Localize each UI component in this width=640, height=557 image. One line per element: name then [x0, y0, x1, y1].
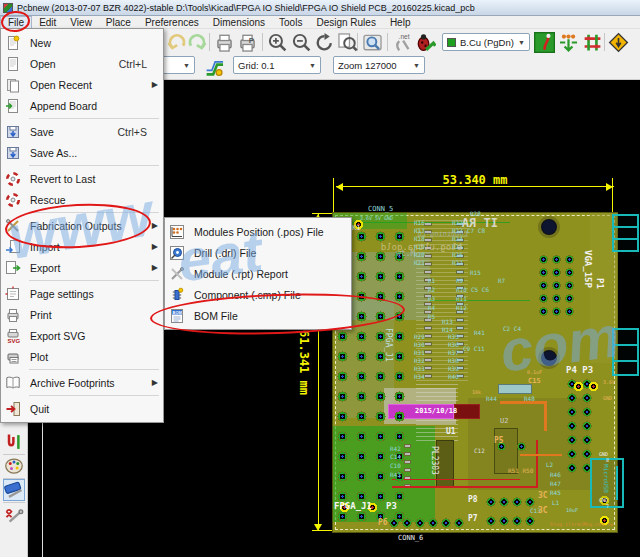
bom-icon: BOM	[169, 308, 185, 324]
menu-item-label: Export SVG	[30, 330, 85, 342]
submenu-item-modules-position-pos-file[interactable]: Modules Position (.pos) File	[165, 221, 351, 242]
menubar-item-place[interactable]: Place	[99, 16, 138, 29]
menu-item-open-recent[interactable]: Open Recent▶	[1, 74, 163, 95]
menu-item-revert-to-last[interactable]: Revert to Last	[1, 168, 163, 189]
layer-selector-value: B.Cu (PgDn)	[460, 37, 514, 48]
toolbar-zoom-in-icon[interactable]	[267, 32, 288, 53]
menu-item-label: Rescue	[30, 194, 66, 206]
toolbar-track-mode-icon[interactable]	[582, 32, 603, 53]
toolbar-design-rules-icon[interactable]	[608, 32, 629, 53]
fabrication-outputs-submenu: Modules Position (.pos) FileDrill (.drl)…	[164, 217, 352, 330]
toolbar-zoom-out-icon[interactable]	[291, 32, 312, 53]
menubar-item-help[interactable]: Help	[383, 16, 418, 29]
menubar-item-file[interactable]: File	[0, 16, 32, 29]
menu-item-label: Revert to Last	[30, 173, 95, 185]
toolbar-separator	[387, 33, 388, 51]
menu-item-label: Append Board	[30, 100, 97, 112]
menu-item-export[interactable]: Export▶	[1, 257, 163, 278]
toolbar-zoom-fit-icon[interactable]	[337, 32, 358, 53]
submenu-arrow-icon: ▶	[152, 80, 158, 89]
layer-selector-dropdown[interactable]: B.Cu (PgDn)▼	[442, 33, 530, 51]
menu-item-rescue[interactable]: Rescue	[1, 189, 163, 210]
title-bar: Pcbnew (2013-07-07 BZR 4022)-stable D:\T…	[0, 0, 640, 16]
menubar-item-dimensions[interactable]: Dimensions	[206, 16, 272, 29]
menubar-item-preferences[interactable]: Preferences	[138, 16, 206, 29]
menu-item-print[interactable]: Print	[1, 304, 163, 325]
rpt-icon	[169, 266, 185, 282]
menu-item-new[interactable]: New	[1, 32, 163, 53]
file-menu-popup: NewOpenCtrl+LOpen Recent▶Append BoardSav…	[0, 28, 164, 423]
export-icon	[5, 260, 21, 276]
cmp-icon	[169, 287, 185, 303]
app-icon	[3, 3, 13, 13]
quit-icon	[5, 401, 21, 417]
toolbar-print-copy-icon[interactable]: P	[237, 32, 258, 53]
submenu-item-label: Modules Position (.pos) File	[194, 226, 324, 238]
save-icon	[5, 145, 21, 161]
toolbar-netlist-icon[interactable]: .net	[392, 32, 413, 53]
fab-icon	[5, 218, 21, 234]
menubar-item-tools[interactable]: Tools	[272, 16, 309, 29]
submenu-item-label: Module (.rpt) Report	[194, 268, 288, 280]
toolbar-separator	[209, 33, 210, 51]
zoom-dropdown[interactable]: Zoom 127000▼	[333, 56, 425, 74]
toolbar-module-mode-icon[interactable]	[558, 32, 579, 53]
menu-item-import[interactable]: Import▶	[1, 236, 163, 257]
menu-item-save-as[interactable]: Save As...	[1, 142, 163, 163]
submenu-item-drill-drl-file[interactable]: Drill (.drl) File	[165, 242, 351, 263]
menu-item-shortcut: Ctrl+L	[119, 58, 147, 70]
menu-item-label: Export	[30, 262, 60, 274]
import-icon	[5, 239, 21, 255]
submenu-item-label: Component (.cmp) File	[194, 289, 301, 301]
left-toolbar-bwrench-icon[interactable]	[4, 480, 24, 500]
toolbar-microvia-icon[interactable]	[534, 32, 555, 53]
toolbar-print-icon[interactable]	[214, 32, 235, 53]
menubar-item-edit[interactable]: Edit	[32, 16, 63, 29]
left-toolbar-rwrench-icon[interactable]	[4, 506, 24, 526]
submenu-item-component-cmp-file[interactable]: Component (.cmp) File	[165, 284, 351, 305]
left-toolbar-separator	[3, 478, 25, 479]
print-icon	[5, 307, 21, 323]
menu-item-save[interactable]: SaveCtrl+S	[1, 121, 163, 142]
menu-item-open[interactable]: OpenCtrl+L	[1, 53, 163, 74]
left-toolbar-palette-icon[interactable]	[4, 456, 24, 476]
menu-item-quit[interactable]: Quit	[1, 398, 163, 419]
menu-item-label: Open Recent	[30, 79, 92, 91]
svg-text:.net: .net	[399, 33, 410, 40]
doc2-icon	[5, 77, 21, 93]
svg-icon: SVG	[5, 328, 21, 344]
menu-item-label: Fabrication Outputs	[30, 220, 122, 232]
menu-item-label: Plot	[30, 351, 48, 363]
menu-item-fabrication-outputs[interactable]: Fabrication Outputs▶	[1, 215, 163, 236]
menubar-item-view[interactable]: View	[63, 16, 99, 29]
submenu-arrow-icon: ▶	[152, 263, 158, 272]
menu-item-append-board[interactable]: Append Board	[1, 95, 163, 116]
menu-item-archive-footprints[interactable]: Archive Footprints▶	[1, 372, 163, 393]
toolbar-redraw-icon[interactable]	[314, 32, 335, 53]
track-autowidth-icon[interactable]	[204, 58, 225, 79]
pcbnew-window: Pcbnew (2013-07-07 BZR 4022)-stable D:\T…	[0, 0, 640, 557]
menu-item-shortcut: Ctrl+S	[118, 126, 147, 138]
plot-icon	[5, 349, 21, 365]
buoy-icon	[5, 171, 21, 187]
toolbar-redo-icon[interactable]	[187, 32, 208, 53]
submenu-item-module-rpt-report[interactable]: Module (.rpt) Report	[165, 263, 351, 284]
menu-item-export-svg[interactable]: SVGExport SVG	[1, 325, 163, 346]
toolbar-drc-icon[interactable]	[415, 32, 436, 53]
menu-item-page-settings[interactable]: Page settings	[1, 283, 163, 304]
menu-item-plot[interactable]: Plot	[1, 346, 163, 367]
toolbar-find-icon[interactable]	[362, 32, 383, 53]
buoy-icon	[5, 192, 21, 208]
menu-item-label: Save As...	[30, 147, 77, 159]
toolbar-undo-icon[interactable]	[166, 32, 187, 53]
submenu-item-bom-file[interactable]: BOMBOM File	[165, 305, 351, 326]
left-toolbar-ltrack-icon[interactable]	[4, 432, 24, 452]
grid-dropdown[interactable]: Grid: 0.1▼	[233, 56, 321, 74]
menu-item-label: Import	[30, 241, 60, 253]
submenu-arrow-icon: ▶	[152, 378, 158, 387]
menu-item-label: Print	[30, 309, 52, 321]
menu-item-label: Open	[30, 58, 56, 70]
save-icon	[5, 124, 21, 140]
menubar-item-design-rules[interactable]: Design Rules	[309, 16, 382, 29]
pos-icon	[169, 224, 185, 240]
